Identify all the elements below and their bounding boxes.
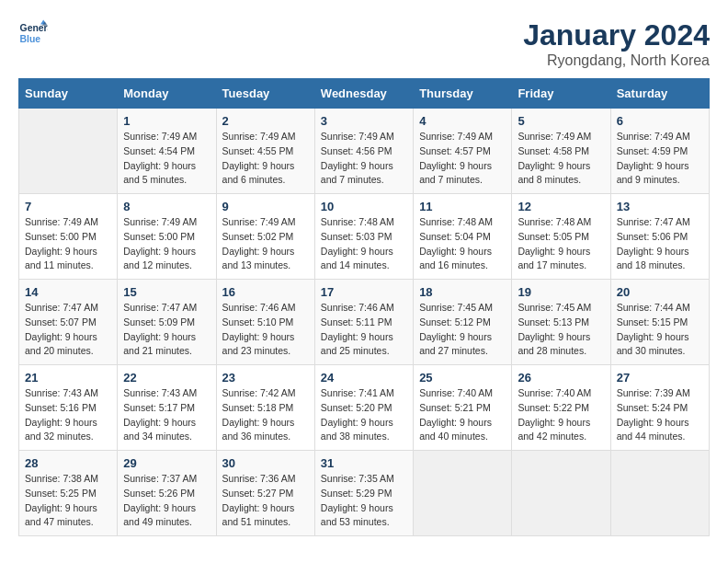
calendar-cell <box>414 451 512 536</box>
day-number: 19 <box>518 285 604 299</box>
calendar-cell: 14Sunrise: 7:47 AMSunset: 5:07 PMDayligh… <box>19 280 118 365</box>
calendar-cell: 26Sunrise: 7:40 AMSunset: 5:22 PMDayligh… <box>512 365 610 451</box>
calendar-cell: 22Sunrise: 7:43 AMSunset: 5:17 PMDayligh… <box>118 365 216 451</box>
col-monday: Monday <box>118 79 216 109</box>
calendar-cell: 21Sunrise: 7:43 AMSunset: 5:16 PMDayligh… <box>19 365 118 451</box>
calendar-cell: 2Sunrise: 7:49 AMSunset: 4:55 PMDaylight… <box>216 109 314 194</box>
calendar-cell: 1Sunrise: 7:49 AMSunset: 4:54 PMDaylight… <box>118 109 216 194</box>
calendar-cell <box>610 451 709 536</box>
day-info: Sunrise: 7:42 AMSunset: 5:18 PMDaylight:… <box>222 386 309 444</box>
day-info: Sunrise: 7:37 AMSunset: 5:26 PMDaylight:… <box>123 472 210 530</box>
day-info: Sunrise: 7:49 AMSunset: 5:02 PMDaylight:… <box>222 215 309 273</box>
day-info: Sunrise: 7:49 AMSunset: 4:58 PMDaylight:… <box>518 130 604 188</box>
calendar-cell: 15Sunrise: 7:47 AMSunset: 5:09 PMDayligh… <box>118 280 216 365</box>
day-info: Sunrise: 7:45 AMSunset: 5:13 PMDaylight:… <box>518 301 604 359</box>
day-number: 21 <box>25 371 111 385</box>
calendar-cell: 30Sunrise: 7:36 AMSunset: 5:27 PMDayligh… <box>216 451 314 536</box>
calendar-cell: 12Sunrise: 7:48 AMSunset: 5:05 PMDayligh… <box>512 194 610 280</box>
col-thursday: Thursday <box>414 79 512 109</box>
calendar-cell: 8Sunrise: 7:49 AMSunset: 5:00 PMDaylight… <box>118 194 216 280</box>
day-number: 11 <box>419 200 506 213</box>
day-info: Sunrise: 7:46 AMSunset: 5:10 PMDaylight:… <box>222 301 309 359</box>
calendar-cell: 23Sunrise: 7:42 AMSunset: 5:18 PMDayligh… <box>216 365 314 451</box>
day-info: Sunrise: 7:46 AMSunset: 5:11 PMDaylight:… <box>321 301 407 359</box>
day-number: 20 <box>617 285 703 299</box>
calendar-cell: 13Sunrise: 7:47 AMSunset: 5:06 PMDayligh… <box>610 194 709 280</box>
day-info: Sunrise: 7:49 AMSunset: 5:00 PMDaylight:… <box>25 215 111 273</box>
col-sunday: Sunday <box>19 79 118 109</box>
col-friday: Friday <box>512 79 610 109</box>
day-number: 16 <box>222 285 309 299</box>
day-info: Sunrise: 7:49 AMSunset: 4:59 PMDaylight:… <box>617 130 703 188</box>
calendar-cell: 9Sunrise: 7:49 AMSunset: 5:02 PMDaylight… <box>216 194 314 280</box>
calendar-cell: 11Sunrise: 7:48 AMSunset: 5:04 PMDayligh… <box>414 194 512 280</box>
calendar-cell: 16Sunrise: 7:46 AMSunset: 5:10 PMDayligh… <box>216 280 314 365</box>
calendar-cell: 4Sunrise: 7:49 AMSunset: 4:57 PMDaylight… <box>414 109 512 194</box>
calendar-cell <box>512 451 610 536</box>
day-number: 22 <box>123 371 210 385</box>
col-saturday: Saturday <box>610 79 709 109</box>
calendar-cell: 10Sunrise: 7:48 AMSunset: 5:03 PMDayligh… <box>314 194 413 280</box>
location-title: Ryongdang, North Korea <box>523 52 710 69</box>
day-number: 29 <box>123 456 210 470</box>
day-number: 6 <box>617 114 703 128</box>
day-number: 23 <box>222 371 309 385</box>
day-info: Sunrise: 7:48 AMSunset: 5:05 PMDaylight:… <box>518 215 604 273</box>
title-area: January 2024 Ryongdang, North Korea <box>523 18 710 69</box>
day-number: 31 <box>321 456 407 470</box>
calendar-cell: 5Sunrise: 7:49 AMSunset: 4:58 PMDaylight… <box>512 109 610 194</box>
day-info: Sunrise: 7:45 AMSunset: 5:12 PMDaylight:… <box>419 301 506 359</box>
page-header: General Blue January 2024 Ryongdang, Nor… <box>18 18 710 69</box>
calendar-cell: 19Sunrise: 7:45 AMSunset: 5:13 PMDayligh… <box>512 280 610 365</box>
calendar-week-row: 1Sunrise: 7:49 AMSunset: 4:54 PMDaylight… <box>19 109 710 194</box>
day-info: Sunrise: 7:49 AMSunset: 4:56 PMDaylight:… <box>321 130 407 188</box>
day-info: Sunrise: 7:49 AMSunset: 4:54 PMDaylight:… <box>123 130 210 188</box>
calendar-cell: 3Sunrise: 7:49 AMSunset: 4:56 PMDaylight… <box>314 109 413 194</box>
day-number: 18 <box>419 285 506 299</box>
day-number: 7 <box>25 200 111 213</box>
calendar-cell: 28Sunrise: 7:38 AMSunset: 5:25 PMDayligh… <box>19 451 118 536</box>
day-number: 26 <box>518 371 604 385</box>
calendar-cell: 25Sunrise: 7:40 AMSunset: 5:21 PMDayligh… <box>414 365 512 451</box>
day-number: 13 <box>617 200 703 213</box>
day-number: 12 <box>518 200 604 213</box>
day-info: Sunrise: 7:49 AMSunset: 5:00 PMDaylight:… <box>123 215 210 273</box>
day-info: Sunrise: 7:36 AMSunset: 5:27 PMDaylight:… <box>222 472 309 530</box>
calendar-cell: 18Sunrise: 7:45 AMSunset: 5:12 PMDayligh… <box>414 280 512 365</box>
calendar-week-row: 14Sunrise: 7:47 AMSunset: 5:07 PMDayligh… <box>19 280 710 365</box>
day-info: Sunrise: 7:48 AMSunset: 5:04 PMDaylight:… <box>419 215 506 273</box>
logo-icon: General Blue <box>18 18 48 48</box>
day-info: Sunrise: 7:47 AMSunset: 5:06 PMDaylight:… <box>617 215 703 273</box>
calendar-cell: 7Sunrise: 7:49 AMSunset: 5:00 PMDaylight… <box>19 194 118 280</box>
day-number: 30 <box>222 456 309 470</box>
day-info: Sunrise: 7:47 AMSunset: 5:07 PMDaylight:… <box>25 301 111 359</box>
day-number: 4 <box>419 114 506 128</box>
calendar-cell: 24Sunrise: 7:41 AMSunset: 5:20 PMDayligh… <box>314 365 413 451</box>
svg-text:Blue: Blue <box>20 34 41 44</box>
calendar-cell: 31Sunrise: 7:35 AMSunset: 5:29 PMDayligh… <box>314 451 413 536</box>
month-title: January 2024 <box>523 18 710 52</box>
day-info: Sunrise: 7:38 AMSunset: 5:25 PMDaylight:… <box>25 472 111 530</box>
day-info: Sunrise: 7:49 AMSunset: 4:55 PMDaylight:… <box>222 130 309 188</box>
day-number: 27 <box>617 371 703 385</box>
day-info: Sunrise: 7:49 AMSunset: 4:57 PMDaylight:… <box>419 130 506 188</box>
day-info: Sunrise: 7:43 AMSunset: 5:16 PMDaylight:… <box>25 386 111 444</box>
day-number: 3 <box>321 114 407 128</box>
day-info: Sunrise: 7:48 AMSunset: 5:03 PMDaylight:… <box>321 215 407 273</box>
calendar-cell <box>19 109 118 194</box>
calendar-cell: 6Sunrise: 7:49 AMSunset: 4:59 PMDaylight… <box>610 109 709 194</box>
day-number: 17 <box>321 285 407 299</box>
calendar-week-row: 7Sunrise: 7:49 AMSunset: 5:00 PMDaylight… <box>19 194 710 280</box>
day-info: Sunrise: 7:40 AMSunset: 5:21 PMDaylight:… <box>419 386 506 444</box>
day-info: Sunrise: 7:39 AMSunset: 5:24 PMDaylight:… <box>617 386 703 444</box>
calendar-week-row: 28Sunrise: 7:38 AMSunset: 5:25 PMDayligh… <box>19 451 710 536</box>
logo: General Blue <box>18 18 48 48</box>
col-tuesday: Tuesday <box>216 79 314 109</box>
day-number: 24 <box>321 371 407 385</box>
day-number: 1 <box>123 114 210 128</box>
day-info: Sunrise: 7:47 AMSunset: 5:09 PMDaylight:… <box>123 301 210 359</box>
day-number: 15 <box>123 285 210 299</box>
calendar-header-row: Sunday Monday Tuesday Wednesday Thursday… <box>19 79 710 109</box>
day-info: Sunrise: 7:35 AMSunset: 5:29 PMDaylight:… <box>321 472 407 530</box>
calendar-cell: 17Sunrise: 7:46 AMSunset: 5:11 PMDayligh… <box>314 280 413 365</box>
